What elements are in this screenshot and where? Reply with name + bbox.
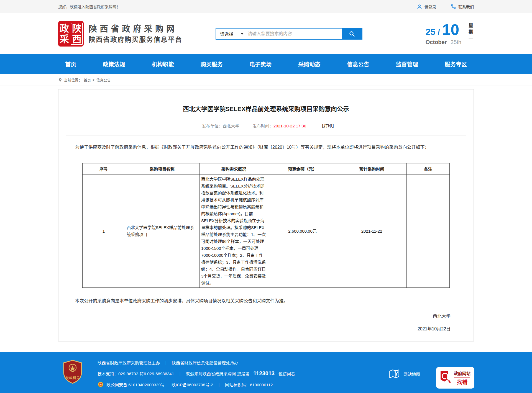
footer-line-1: 陕西省财政厅政府采购管理处主办 ｜ 陕西省财政厅信息化建设管理处承办 xyxy=(98,360,295,366)
header-project-name: 采购项目名称 xyxy=(125,163,200,174)
nav-item-home[interactable]: 首页 xyxy=(62,60,79,68)
table-row: 1 西北大学医学院SELEX样品前处理系统采购项目 西北大学医学院SELEX样品… xyxy=(83,174,450,288)
security-record-link[interactable]: 陕公网安备 61010402000339号 xyxy=(106,382,165,387)
sitemap-map-icon xyxy=(388,368,401,380)
visitor-count: 1123013 xyxy=(252,370,276,377)
sitemap-link[interactable]: 网站地图 xyxy=(388,368,420,380)
nav-item-functions[interactable]: 机构职能 xyxy=(149,60,177,68)
page-title: 西北大学医学院SELEX样品前处理系统采购项目采购意向公示 xyxy=(66,104,466,113)
nav-item-purchase-service[interactable]: 购买服务 xyxy=(198,60,226,68)
footer-line-2: 技术支持：029-96702-转6 029-68936341 ｜ 欢迎来到陕西省… xyxy=(98,370,295,377)
header-remark: 备注 xyxy=(407,163,450,174)
date-day: 25 xyxy=(426,27,436,37)
site-header: 政 采 陕 西 陕西省政府采购网 陕西省政府购买服务信息平台 请选择 xyxy=(0,13,532,54)
search-input[interactable] xyxy=(248,29,342,39)
cell-budget: 2,600,000.00元 xyxy=(268,174,337,288)
publisher-value: 西北大学 xyxy=(223,124,239,128)
site-footer: 党政机关 陕西省财政厅政府采购管理处主办 ｜ 陕西省财政厅信息化建设管理处承办 … xyxy=(0,352,532,393)
publisher-label: 发布单位： xyxy=(202,124,223,128)
date-weekday: 星期一 xyxy=(467,22,474,42)
print-button[interactable]: 【打印】 xyxy=(319,124,336,128)
procurement-table: 序号 采购项目名称 采购需求概况 预算金额（元） 预计采购时间 备注 1 西北大… xyxy=(82,163,450,288)
date-widget: 25 / 10 October 25th 星期一 xyxy=(426,22,474,45)
breadcrumb-home[interactable]: 首页 xyxy=(84,77,91,83)
top-bar: 您好，欢迎进入陕西省政府采购网！ 请登录 联系我们 xyxy=(0,0,532,13)
site-subtitle: 陕西省政府购买服务信息平台 xyxy=(89,35,182,44)
police-badge-icon xyxy=(98,381,104,387)
phone-icon xyxy=(451,4,456,9)
cell-remark xyxy=(407,174,450,288)
date-month: 10 xyxy=(442,22,459,37)
breadcrumb-label: 当前位置： xyxy=(64,77,82,83)
header-seq: 序号 xyxy=(83,163,125,174)
nav-item-announcements[interactable]: 信息公告 xyxy=(344,60,372,68)
error-report-magnifier-icon xyxy=(439,371,452,385)
footer-line-3: 陕公网安备 61010402000339号 陕ICP备06003708号-2 ｜… xyxy=(98,381,295,387)
cell-seq: 1 xyxy=(83,174,125,288)
logo-seal-icon: 政 采 陕 西 xyxy=(58,21,84,47)
nav-item-emall[interactable]: 电子卖场 xyxy=(247,60,274,68)
cell-est-time: 2021-11-22 xyxy=(337,174,407,288)
date-ordinal: 25th xyxy=(451,39,461,45)
shield-icon: 党政机关 xyxy=(63,360,83,384)
header-est-time: 预计采购时间 xyxy=(337,163,407,174)
nav-item-procurement-news[interactable]: 采购动态 xyxy=(295,60,323,68)
search-button[interactable] xyxy=(342,29,362,39)
meta-divider xyxy=(66,135,466,135)
article-card: 西北大学医学院SELEX样品前处理系统采购项目采购意向公示 发布单位：西北大学 … xyxy=(58,89,474,341)
breadcrumb-current: 信息公告 xyxy=(96,77,111,83)
search-bar: 请选择 xyxy=(216,28,362,40)
chevron-down-icon xyxy=(241,33,244,35)
signature-date: 2021年10月22日 xyxy=(66,325,466,332)
publish-time-value: 2021-10-22 17:30 xyxy=(273,124,306,128)
search-icon xyxy=(349,30,355,37)
table-header-row: 序号 采购项目名称 采购需求概况 预算金额（元） 预计采购时间 备注 xyxy=(83,163,450,174)
site-logo[interactable]: 政 采 陕 西 陕西省政府采购网 陕西省政府购买服务信息平台 xyxy=(58,21,182,47)
nav-item-special-services[interactable]: 服务专区 xyxy=(442,60,470,68)
header-overview: 采购需求概况 xyxy=(200,163,268,174)
cell-project-name: 西北大学医学院SELEX样品前处理系统采购项目 xyxy=(125,174,200,288)
signature: 西北大学 xyxy=(66,312,466,319)
user-icon xyxy=(417,4,422,9)
welcome-text: 您好，欢迎进入陕西省政府采购网！ xyxy=(58,4,120,9)
nav-item-supervision[interactable]: 监督管理 xyxy=(393,60,421,68)
location-pin-icon xyxy=(58,78,62,82)
publish-time-label: 发布时间： xyxy=(253,124,273,128)
party-gov-badge: 党政机关 xyxy=(63,360,83,393)
site-id-code: 网站标识码：6100000112 xyxy=(225,382,273,387)
article-meta: 发布单位：西北大学 发布时间：2021-10-22 17:30 【打印】 xyxy=(66,123,466,129)
site-error-report-badge[interactable]: 政府网站 找错 xyxy=(437,368,474,388)
icp-record-link[interactable]: 陕ICP备06003708号-2 xyxy=(172,382,213,387)
nav-item-policy[interactable]: 政策法规 xyxy=(100,60,128,68)
badge-text: 党政机关 xyxy=(65,376,80,380)
login-link[interactable]: 请登录 xyxy=(417,4,436,9)
article-closing: 本次公开的采购意向是本单位政府采购工作的初步安排，具体采购项目情况以相关采购公告… xyxy=(66,297,466,305)
search-category-select[interactable]: 请选择 xyxy=(216,29,248,39)
contact-link[interactable]: 联系我们 xyxy=(451,4,474,9)
breadcrumb: 当前位置： 首页 > 信息公告 xyxy=(0,74,532,86)
site-title: 陕西省政府采购网 xyxy=(89,24,182,34)
main-nav: 首页 政策法规 机构职能 购买服务 电子卖场 采购动态 信息公告 监督管理 服务… xyxy=(0,54,532,74)
date-month-name: October xyxy=(426,39,447,45)
cell-overview: 西北大学医学院SELEX样品前处理系统采购项目。SELEX分析技术即指数富集的配… xyxy=(200,174,268,288)
header-budget: 预算金额（元） xyxy=(268,163,337,174)
breadcrumb-separator: > xyxy=(93,78,95,82)
article-intro: 为便于供应商及时了解政府采购信息，根据《财政部关于开展政府采购意向公开工作的通知… xyxy=(66,143,466,152)
